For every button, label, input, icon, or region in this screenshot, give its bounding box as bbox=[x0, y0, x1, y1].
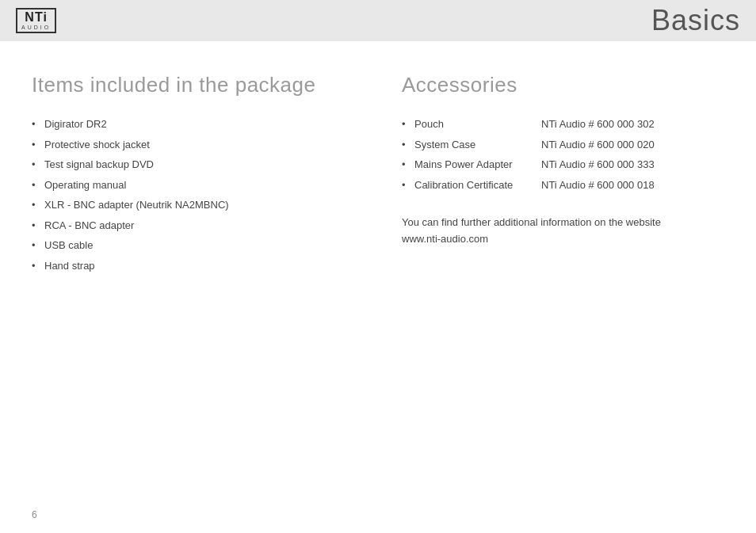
right-column: Accessories Pouch NTi Audio # 600 000 30… bbox=[386, 73, 724, 278]
list-item: RCA - BNC adapter bbox=[32, 218, 354, 234]
accessory-number: NTi Audio # 600 000 018 bbox=[541, 177, 655, 193]
further-info: You can find further additional informat… bbox=[402, 215, 703, 248]
list-item: Hand strap bbox=[32, 258, 354, 274]
accessory-number: NTi Audio # 600 000 333 bbox=[541, 157, 655, 173]
page-number: 6 bbox=[32, 509, 37, 520]
main-content: Items included in the package Digirator … bbox=[0, 41, 756, 294]
accessories-section-title: Accessories bbox=[402, 73, 724, 97]
accessory-name: Pouch bbox=[414, 116, 541, 132]
accessory-item: Calibration Certificate NTi Audio # 600 … bbox=[402, 177, 724, 193]
page-title: Basics bbox=[651, 4, 740, 37]
list-item: Protective shock jacket bbox=[32, 137, 354, 153]
accessory-name: Calibration Certificate bbox=[414, 177, 541, 193]
accessories-list: Pouch NTi Audio # 600 000 302 System Cas… bbox=[402, 116, 724, 192]
accessory-number: NTi Audio # 600 000 020 bbox=[541, 137, 655, 153]
items-section-title: Items included in the package bbox=[32, 73, 354, 97]
list-item: Digirator DR2 bbox=[32, 116, 354, 132]
logo-area: NTi AUDIO bbox=[16, 8, 56, 33]
page-header: NTi AUDIO Basics bbox=[0, 0, 756, 41]
further-info-line1: You can find further additional informat… bbox=[402, 216, 661, 228]
accessory-item: Mains Power Adapter NTi Audio # 600 000 … bbox=[402, 157, 724, 173]
further-info-website: www.nti-audio.com bbox=[402, 233, 488, 245]
list-item: USB cable bbox=[32, 238, 354, 253]
logo-nti-text: NTi bbox=[25, 11, 47, 24]
page-footer: 6 bbox=[32, 509, 37, 520]
items-list: Digirator DR2 Protective shock jacket Te… bbox=[32, 116, 354, 273]
accessory-name: System Case bbox=[414, 137, 541, 153]
accessory-name: Mains Power Adapter bbox=[414, 157, 541, 173]
left-column: Items included in the package Digirator … bbox=[32, 73, 370, 278]
list-item: XLR - BNC adapter (Neutrik NA2MBNC) bbox=[32, 197, 354, 213]
list-item: Test signal backup DVD bbox=[32, 157, 354, 173]
accessory-number: NTi Audio # 600 000 302 bbox=[541, 116, 655, 132]
list-item: Operating manual bbox=[32, 177, 354, 193]
nti-logo: NTi AUDIO bbox=[16, 8, 56, 33]
accessory-item: Pouch NTi Audio # 600 000 302 bbox=[402, 116, 724, 132]
logo-audio-text: AUDIO bbox=[21, 25, 51, 30]
accessory-item: System Case NTi Audio # 600 000 020 bbox=[402, 137, 724, 153]
